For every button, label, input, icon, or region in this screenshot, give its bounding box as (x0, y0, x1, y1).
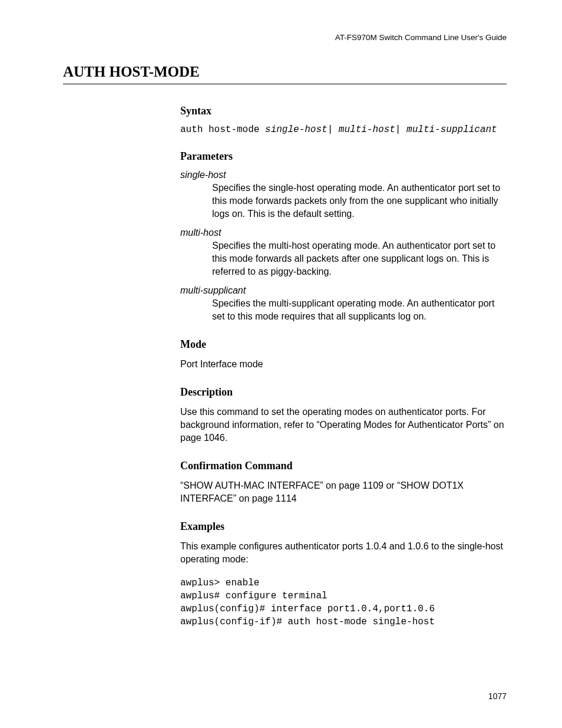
section-mode-heading: Mode (180, 338, 505, 351)
param-term: single-host (180, 170, 505, 180)
syntax-cmd-args: single-host| multi-host| multi-supplican… (265, 124, 497, 135)
section-description-heading: Description (180, 386, 505, 398)
page-title: AUTH HOST-MODE (63, 64, 507, 84)
param-term: multi-supplicant (180, 285, 505, 296)
page: AT-FS970M Switch Command Line User's Gui… (0, 0, 562, 728)
syntax-cmd-prefix: auth host-mode (180, 124, 265, 135)
section-confirmation-heading: Confirmation Command (180, 460, 505, 472)
mode-text: Port Interface mode (180, 358, 505, 371)
section-syntax-heading: Syntax (180, 105, 505, 117)
param-def: Specifies the single-host operating mode… (212, 182, 505, 220)
examples-intro: This example configures authenticator po… (180, 540, 505, 566)
description-text: Use this command to set the operating mo… (180, 406, 505, 444)
section-parameters-heading: Parameters (180, 150, 505, 163)
examples-code: awplus> enable awplus# configure termina… (180, 577, 505, 628)
section-examples-heading: Examples (180, 521, 505, 533)
param-term: multi-host (180, 228, 505, 238)
param-def: Specifies the multi-host operating mode.… (212, 239, 505, 278)
syntax-line: auth host-mode single-host| multi-host| … (180, 124, 505, 135)
running-header: AT-FS970M Switch Command Line User's Gui… (335, 33, 507, 42)
confirmation-text: “SHOW AUTH-MAC INTERFACE” on page 1109 o… (180, 479, 505, 505)
page-number: 1077 (488, 691, 507, 701)
param-def: Specifies the multi-supplicant operating… (212, 297, 505, 323)
body-column: Syntax auth host-mode single-host| multi… (180, 105, 505, 628)
